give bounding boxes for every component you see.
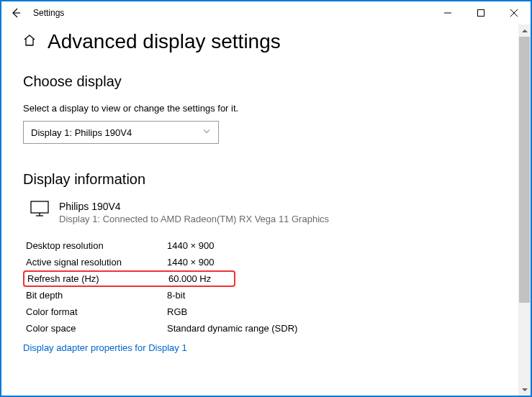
svg-rect-5 xyxy=(31,201,48,213)
scroll-down-button[interactable] xyxy=(518,383,531,396)
minimize-button[interactable] xyxy=(431,1,464,24)
info-value: 1440 × 900 xyxy=(167,240,214,251)
titlebar: Settings xyxy=(1,1,531,24)
page-header: Advanced display settings xyxy=(23,30,497,53)
info-value: Standard dynamic range (SDR) xyxy=(167,323,297,334)
window-title: Settings xyxy=(30,8,64,18)
info-label: Refresh rate (Hz) xyxy=(24,273,168,284)
maximize-button[interactable] xyxy=(464,1,497,24)
display-adapter-link[interactable]: Display adapter properties for Display 1 xyxy=(23,342,187,353)
info-row-color-format: Color format RGB xyxy=(23,304,497,320)
info-row-desktop-resolution: Desktop resolution 1440 × 900 xyxy=(23,237,497,254)
vertical-scrollbar[interactable] xyxy=(518,24,531,396)
info-label: Bit depth xyxy=(23,290,167,301)
display-select[interactable]: Display 1: Philips 190V4 xyxy=(23,121,219,144)
info-row-refresh-rate: Refresh rate (Hz) 60.000 Hz xyxy=(23,270,235,287)
display-header: Philips 190V4 Display 1: Connected to AM… xyxy=(30,201,497,224)
scroll-thumb[interactable] xyxy=(519,37,530,303)
info-value: 8-bit xyxy=(167,290,185,301)
display-name: Philips 190V4 xyxy=(59,201,329,212)
info-value: 1440 × 900 xyxy=(167,257,214,268)
info-row-color-space: Color space Standard dynamic range (SDR) xyxy=(23,320,497,337)
scroll-up-button[interactable] xyxy=(518,24,531,37)
display-connection: Display 1: Connected to AMD Radeon(TM) R… xyxy=(59,214,329,224)
svg-rect-2 xyxy=(478,10,484,17)
back-button[interactable] xyxy=(1,1,30,24)
info-value: RGB xyxy=(167,306,187,317)
info-row-active-resolution: Active signal resolution 1440 × 900 xyxy=(23,254,497,270)
info-label: Active signal resolution xyxy=(23,257,167,268)
display-info-table: Desktop resolution 1440 × 900 Active sig… xyxy=(23,237,497,337)
chevron-down-icon xyxy=(202,127,211,138)
display-information-heading: Display information xyxy=(23,171,497,188)
home-icon[interactable] xyxy=(23,34,36,50)
info-label: Color format xyxy=(23,306,167,317)
info-value: 60.000 Hz xyxy=(168,273,211,284)
monitor-icon xyxy=(30,201,49,219)
choose-display-subtext: Select a display to view or change the s… xyxy=(23,103,497,114)
content-area: Advanced display settings Choose display… xyxy=(1,24,518,396)
info-label: Color space xyxy=(23,323,167,334)
info-label: Desktop resolution xyxy=(23,240,167,251)
close-button[interactable] xyxy=(497,1,531,24)
window-controls xyxy=(431,1,531,24)
display-select-value: Display 1: Philips 190V4 xyxy=(31,127,132,138)
settings-window: Settings Advanced display settings Choos… xyxy=(1,1,531,396)
info-row-bit-depth: Bit depth 8-bit xyxy=(23,287,497,304)
page-title: Advanced display settings xyxy=(48,30,281,53)
choose-display-heading: Choose display xyxy=(23,73,497,90)
